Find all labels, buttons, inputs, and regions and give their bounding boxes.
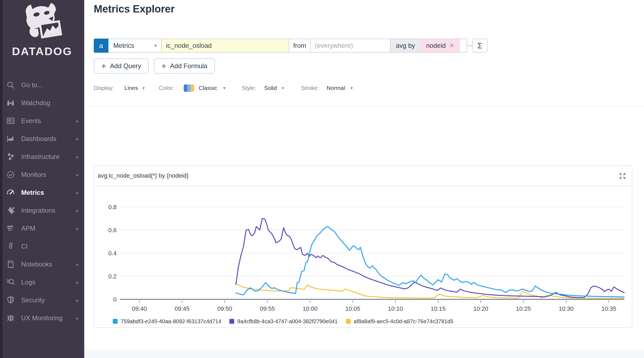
style-label: Style: [242, 85, 256, 91]
query-letter-badge[interactable]: a [94, 39, 108, 53]
sidebar-item-apm[interactable]: APM▸ [0, 219, 84, 237]
plus-icon: + [161, 62, 166, 70]
section-divider [84, 105, 644, 106]
sidebar-item-label: Security [21, 296, 45, 304]
legend-item[interactable]: af8a8af9-aec5-4c0d-a87c-76e74c3781d5 [346, 318, 454, 325]
legend-item[interactable]: 9a4cfb8b-4ca3-4747-a004-382f2790e041 [229, 318, 337, 325]
legend-item[interactable]: 759abdf3-e245-40aa-8092-f63137c4d714 [113, 318, 221, 325]
add-query-button[interactable]: + Add Query [94, 58, 149, 74]
dashboards-icon [6, 134, 15, 143]
svg-text:10:30: 10:30 [559, 305, 574, 312]
query-sigma-connector [467, 45, 472, 46]
logs-icon [6, 278, 15, 287]
svg-text:0.2: 0.2 [108, 273, 117, 280]
group-tag-pill[interactable]: nodeid ✕ [420, 39, 460, 52]
chevron-right-icon: ▸ [76, 118, 79, 124]
legend-swatch [229, 319, 234, 324]
sidebar-item-metrics[interactable]: Metrics▸ [0, 184, 84, 202]
sidebar: DATADOG Go to...WatchdogEvents▸Dashboard… [0, 0, 84, 358]
sidebar-item-label: Notebooks [21, 260, 52, 268]
sidebar-item-notebooks[interactable]: Notebooks▸ [0, 255, 84, 273]
svg-text:10:25: 10:25 [516, 305, 531, 312]
chevron-right-icon: ▸ [76, 208, 79, 214]
chevron-right-icon: ▸ [76, 261, 79, 268]
datadog-logo: DATADOG [0, 1, 84, 58]
legend-swatch [113, 319, 118, 324]
display-label: Display: [94, 85, 114, 91]
sidebar-item-monitors[interactable]: Monitors▸ [0, 166, 84, 184]
chevron-right-icon: ▸ [76, 172, 79, 178]
color-label: Color: [159, 85, 174, 91]
query-group-filler [460, 39, 467, 52]
chevron-right-icon: ▸ [76, 279, 79, 285]
sidebar-item-label: Dashboards [21, 135, 56, 143]
source-select[interactable]: Metrics ▾ [108, 39, 161, 52]
metric-input[interactable]: ic_node_osload [161, 39, 289, 52]
remove-tag-icon[interactable]: ✕ [449, 42, 454, 49]
svg-text:0: 0 [113, 296, 117, 303]
chart-card-header: avg:ic_node_osload{*} by {nodeid} [94, 166, 632, 186]
query-actions: + Add Query + Add Formula [94, 58, 215, 74]
chevron-right-icon: ▸ [76, 190, 79, 196]
sidebar-item-label: Integrations [21, 207, 55, 214]
chevron-down-icon[interactable]: ▾ [223, 85, 226, 91]
footer-strip [84, 350, 644, 358]
chevron-down-icon[interactable]: ▾ [282, 85, 284, 91]
aggregate-sigma-button[interactable]: Σ [472, 39, 488, 53]
chevron-down-icon: ▾ [154, 43, 157, 49]
legend-swatch [346, 319, 351, 324]
legend-label: 759abdf3-e245-40aa-8092-f63137c4d714 [121, 318, 221, 325]
sidebar-item-go-to[interactable]: Go to... [0, 76, 84, 94]
legend-label: 9a4cfb8b-4ca3-4747-a004-382f2790e041 [237, 318, 337, 325]
sidebar-item-integrations[interactable]: Integrations▸ [0, 202, 84, 219]
datadog-dog-icon [19, 1, 65, 42]
integrations-icon [6, 206, 15, 215]
sidebar-item-logs[interactable]: Logs▸ [0, 273, 84, 291]
svg-text:10:35: 10:35 [601, 305, 616, 312]
sidebar-item-security[interactable]: Security▸ [0, 291, 84, 309]
monitors-icon [6, 170, 15, 179]
chart-legend: 759abdf3-e245-40aa-8092-f63137c4d7149a4c… [113, 316, 453, 327]
color-palette-swatch[interactable] [184, 84, 194, 92]
display-value-dropdown[interactable]: Lines [124, 85, 138, 91]
svg-text:10:15: 10:15 [431, 305, 446, 312]
plus-icon: + [101, 62, 106, 70]
from-label: from [289, 39, 310, 52]
sidebar-item-label: Go to... [21, 81, 43, 89]
chevron-down-icon[interactable]: ▾ [142, 85, 145, 91]
query-group: Metrics ▾ ic_node_osload from (everywher… [108, 39, 467, 53]
sidebar-item-watchdog[interactable]: Watchdog [0, 94, 84, 112]
sidebar-item-ux-monitoring[interactable]: UX Monitoring▸ [0, 309, 84, 327]
avg-by-label: avg by [390, 39, 420, 52]
sidebar-nav: Go to...WatchdogEvents▸Dashboards▸Infras… [0, 76, 84, 327]
svg-text:10:00: 10:00 [303, 305, 318, 312]
style-value-dropdown[interactable]: Solid [264, 85, 277, 91]
stroke-label: Stroke: [301, 85, 319, 91]
sidebar-item-events[interactable]: Events▸ [0, 112, 84, 130]
stroke-value-dropdown[interactable]: Normal [327, 85, 345, 91]
sidebar-item-label: APM [21, 225, 35, 232]
svg-text:09:50: 09:50 [217, 305, 232, 312]
svg-text:10:10: 10:10 [388, 305, 403, 312]
chevron-down-icon[interactable]: ▾ [351, 85, 353, 91]
page-title: Metrics Explorer [94, 3, 175, 15]
security-icon [6, 296, 15, 305]
events-icon [6, 116, 15, 125]
color-value-dropdown[interactable]: Classic [199, 85, 217, 91]
chart-card: avg:ic_node_osload{*} by {nodeid} 00.20.… [94, 165, 632, 328]
add-formula-button[interactable]: + Add Formula [154, 58, 215, 74]
ci-icon [6, 242, 15, 251]
sidebar-item-dashboards[interactable]: Dashboards▸ [0, 130, 84, 148]
svg-text:09:55: 09:55 [260, 305, 275, 312]
search-icon [6, 80, 15, 90]
chart-title: avg:ic_node_osload{*} by {nodeid} [98, 172, 189, 179]
apm-icon [6, 224, 15, 233]
sidebar-item-infrastructure[interactable]: Infrastructure▸ [0, 148, 84, 166]
main-content: Metrics Explorer a Metrics ▾ ic_node_osl… [84, 0, 644, 358]
svg-text:0.6: 0.6 [108, 227, 117, 234]
expand-icon[interactable] [619, 172, 626, 180]
scope-input[interactable]: (everywhere) [310, 39, 390, 52]
svg-text:09:45: 09:45 [174, 305, 189, 312]
chevron-right-icon: ▸ [76, 297, 79, 303]
sidebar-item-ci[interactable]: CI [0, 237, 84, 255]
